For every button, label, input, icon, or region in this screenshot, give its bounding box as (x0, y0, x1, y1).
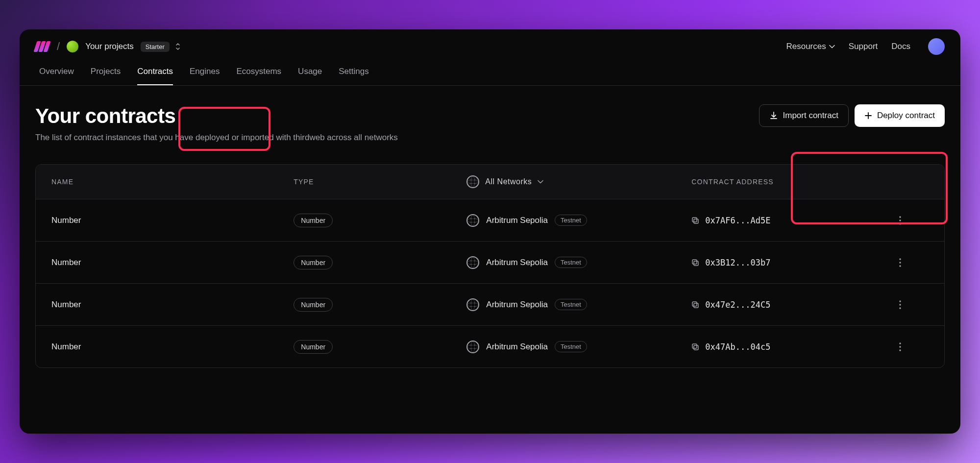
deploy-contract-button[interactable]: Deploy contract (855, 104, 945, 127)
page-header-row: Your contracts The list of contract inst… (35, 104, 945, 143)
page-title: Your contracts (35, 104, 398, 128)
resources-label: Resources (786, 42, 826, 51)
tab-usage[interactable]: Usage (298, 67, 322, 85)
svg-point-19 (899, 349, 901, 351)
cell-network: Arbitrum Sepolia Testnet (466, 298, 691, 311)
breadcrumb-separator: / (57, 40, 60, 53)
contract-address: 0x3B12...03b7 (705, 258, 770, 268)
content: Your contracts The list of contract inst… (20, 86, 960, 368)
svg-rect-15 (694, 345, 698, 350)
globe-icon (466, 214, 479, 227)
svg-rect-10 (694, 303, 698, 308)
copy-icon[interactable] (691, 259, 699, 267)
docs-link[interactable]: Docs (891, 42, 910, 51)
cell-name: Number (51, 342, 294, 352)
svg-rect-6 (692, 260, 697, 264)
testnet-badge: Testnet (555, 299, 587, 310)
project-name[interactable]: Your projects (85, 42, 134, 51)
contract-address: 0x47e2...24C5 (705, 300, 770, 310)
cell-network: Arbitrum Sepolia Testnet (466, 256, 691, 269)
cell-type: Number (294, 340, 466, 354)
svg-rect-1 (692, 218, 697, 222)
resources-menu[interactable]: Resources (786, 42, 834, 51)
table-row[interactable]: Number Number Arbitrum Sepolia Testnet 0… (36, 241, 944, 283)
table-row[interactable]: Number Number Arbitrum Sepolia Testnet 0… (36, 283, 944, 325)
page-actions: Import contract Deploy contract (759, 104, 945, 127)
svg-point-18 (899, 346, 901, 347)
tab-engines[interactable]: Engines (190, 67, 220, 85)
type-pill: Number (294, 340, 333, 354)
svg-point-2 (899, 216, 901, 218)
topbar: / Your projects Starter Resources Suppor… (20, 29, 960, 60)
table-header: NAME TYPE All Networks CONTRACT ADDRESS (36, 165, 944, 199)
row-menu-button[interactable] (899, 300, 929, 309)
svg-point-7 (899, 258, 901, 260)
svg-point-8 (899, 262, 901, 263)
copy-icon[interactable] (691, 301, 699, 309)
col-name: NAME (51, 178, 294, 186)
tab-overview[interactable]: Overview (39, 67, 74, 85)
tab-contracts[interactable]: Contracts (137, 67, 173, 85)
network-name: Arbitrum Sepolia (486, 300, 548, 310)
plus-icon (864, 112, 872, 120)
page-heading: Your contracts The list of contract inst… (35, 104, 398, 143)
cell-type: Number (294, 256, 466, 269)
main-tabs: Overview Projects Contracts Engines Ecos… (20, 60, 960, 86)
table-row[interactable]: Number Number Arbitrum Sepolia Testnet 0… (36, 325, 944, 367)
tab-projects[interactable]: Projects (91, 67, 121, 85)
testnet-badge: Testnet (555, 341, 587, 352)
cell-name: Number (51, 216, 294, 225)
globe-icon (466, 341, 479, 353)
globe-icon (466, 298, 479, 311)
plan-badge: Starter (141, 42, 170, 52)
cell-name: Number (51, 258, 294, 268)
page-subtitle: The list of contract instances that you … (35, 133, 398, 143)
network-name: Arbitrum Sepolia (486, 216, 548, 225)
type-pill: Number (294, 256, 333, 269)
cell-address: 0x47Ab...04c5 (691, 342, 899, 352)
project-switcher-icon[interactable] (174, 42, 181, 51)
row-menu-button[interactable] (899, 258, 929, 267)
download-icon (769, 111, 778, 120)
user-avatar[interactable] (928, 38, 945, 55)
copy-icon[interactable] (691, 343, 699, 351)
cell-type: Number (294, 214, 466, 227)
type-pill: Number (294, 214, 333, 227)
network-name: Arbitrum Sepolia (486, 342, 548, 352)
globe-icon (466, 175, 479, 188)
topbar-right: Resources Support Docs (786, 38, 945, 55)
svg-point-9 (899, 265, 901, 267)
logo-icon[interactable] (35, 41, 50, 52)
cell-type: Number (294, 298, 466, 312)
import-contract-label: Import contract (783, 111, 838, 121)
deploy-contract-label: Deploy contract (877, 111, 935, 121)
project-avatar[interactable] (67, 41, 78, 52)
topbar-left: / Your projects Starter (35, 40, 181, 53)
copy-icon[interactable] (691, 217, 699, 224)
support-link[interactable]: Support (849, 42, 878, 51)
chevron-down-icon (538, 180, 543, 184)
cell-name: Number (51, 300, 294, 310)
tab-ecosystems[interactable]: Ecosystems (236, 67, 281, 85)
testnet-badge: Testnet (555, 257, 587, 268)
table-row[interactable]: Number Number Arbitrum Sepolia Testnet 0… (36, 199, 944, 241)
svg-point-3 (899, 219, 901, 221)
testnet-badge: Testnet (555, 215, 587, 226)
contract-address: 0x7AF6...Ad5E (705, 216, 770, 225)
globe-icon (466, 256, 479, 269)
svg-point-13 (899, 304, 901, 305)
tab-settings[interactable]: Settings (339, 67, 368, 85)
row-menu-button[interactable] (899, 342, 929, 351)
network-filter[interactable]: All Networks (466, 175, 691, 188)
svg-rect-0 (694, 219, 698, 223)
svg-point-4 (899, 223, 901, 224)
svg-point-14 (899, 307, 901, 309)
svg-point-17 (899, 342, 901, 344)
svg-rect-16 (692, 344, 697, 348)
network-name: Arbitrum Sepolia (486, 258, 548, 268)
cell-address: 0x3B12...03b7 (691, 258, 899, 268)
col-address: CONTRACT ADDRESS (691, 178, 899, 186)
import-contract-button[interactable]: Import contract (759, 104, 849, 127)
row-menu-button[interactable] (899, 216, 929, 225)
svg-point-12 (899, 300, 901, 302)
